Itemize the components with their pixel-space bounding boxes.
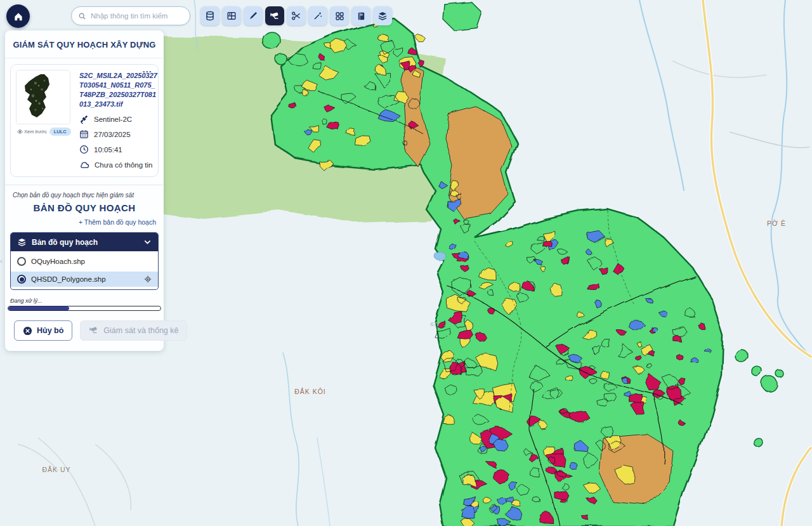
cloud-icon	[79, 160, 89, 170]
toolbar-button-scissors[interactable]	[287, 6, 306, 25]
search-icon	[78, 12, 86, 20]
clock-icon	[79, 145, 89, 154]
search-input[interactable]	[91, 12, 188, 20]
toolbar-button-database[interactable]	[200, 6, 219, 25]
monitor-statistics-button[interactable]: Giám sát và thống kê	[80, 320, 187, 341]
toolbar-button-pen[interactable]	[244, 6, 263, 25]
lake	[435, 252, 446, 261]
toolbar-button-magic-wand[interactable]	[308, 6, 327, 25]
card-menu-button[interactable]: ⋯	[142, 66, 152, 77]
x-circle-icon	[23, 326, 32, 336]
home-icon	[13, 11, 24, 22]
date-row: 27/03/2025	[79, 129, 153, 139]
page-title: GIÁM SÁT QUY HOẠCH XÂY DỰNG	[5, 30, 164, 58]
radio-icon[interactable]	[17, 275, 26, 284]
map-place-label: ĐẮK KÔI	[294, 388, 326, 395]
progress-bar	[8, 306, 161, 311]
section-title: BẢN ĐỒ QUY HOẠCH	[5, 199, 164, 213]
sidebar-panel: GIÁM SÁT QUY HOẠCH XÂY DỰNG ⋯	[5, 30, 164, 351]
zoom-to-layer-icon[interactable]	[144, 275, 152, 283]
select-caption: Chọn bản đồ quy hoạch thực hiện giám sát	[5, 185, 164, 199]
time-row: 10:05:41	[79, 145, 153, 154]
toolbar-button-grid[interactable]	[330, 6, 349, 25]
lulc-badge[interactable]: LULC	[49, 128, 71, 136]
group-header-label: Bản đồ quy hoạch	[32, 238, 138, 247]
satellite-row: Sentinel-2C	[79, 114, 153, 124]
search-bar[interactable]	[71, 6, 190, 25]
layer-option-qhsdd-polygone[interactable]: QHSDD_Polygone.shp	[11, 272, 158, 287]
map-place-label: 677	[430, 321, 440, 327]
planning-map-group-header[interactable]: Bản đồ quy hoạch	[11, 233, 158, 251]
cloud-row: Chưa có thông tin	[79, 160, 153, 170]
calendar-icon	[79, 129, 89, 139]
eye-icon	[17, 129, 23, 135]
map-place-label: ĐẮK UY	[42, 466, 70, 473]
progress-fill	[8, 306, 69, 310]
toolbar-button-notebook[interactable]	[351, 6, 370, 25]
toolbar	[200, 6, 392, 25]
home-button[interactable]	[6, 4, 30, 28]
toolbar-button-layers[interactable]	[373, 6, 392, 25]
progress-label: Đang xử lý...	[8, 290, 164, 306]
toolbar-button-cctv-camera[interactable]	[265, 6, 284, 25]
map-place-label: PỜ Ê	[767, 220, 786, 227]
satellite-thumbnail[interactable]	[16, 70, 70, 124]
cancel-button[interactable]: Hủy bỏ	[14, 320, 72, 341]
satellite-icon	[79, 114, 89, 124]
layer-option-oquyhoach[interactable]: OQuyHoach.shp	[11, 254, 158, 269]
satellite-image-card[interactable]: ⋯	[10, 64, 159, 177]
layers-icon	[17, 237, 27, 247]
add-planning-map-link[interactable]: + Thêm bản đồ quy hoạch	[5, 213, 164, 230]
radio-icon[interactable]	[17, 257, 26, 266]
preview-link[interactable]: Xem trước	[17, 129, 47, 135]
planning-map-group: Bản đồ quy hoạch OQuyHoach.shp QHSDD_Pol…	[10, 232, 159, 290]
app-window: PỜ ÊĐẮK KÔIĐẮK UY677	[0, 0, 812, 526]
chevron-down-icon[interactable]	[143, 238, 152, 246]
toolbar-button-table-add[interactable]	[222, 6, 241, 25]
sidebar-collapse-handle[interactable]: ‹	[0, 254, 5, 268]
cctv-camera-icon	[89, 325, 99, 336]
